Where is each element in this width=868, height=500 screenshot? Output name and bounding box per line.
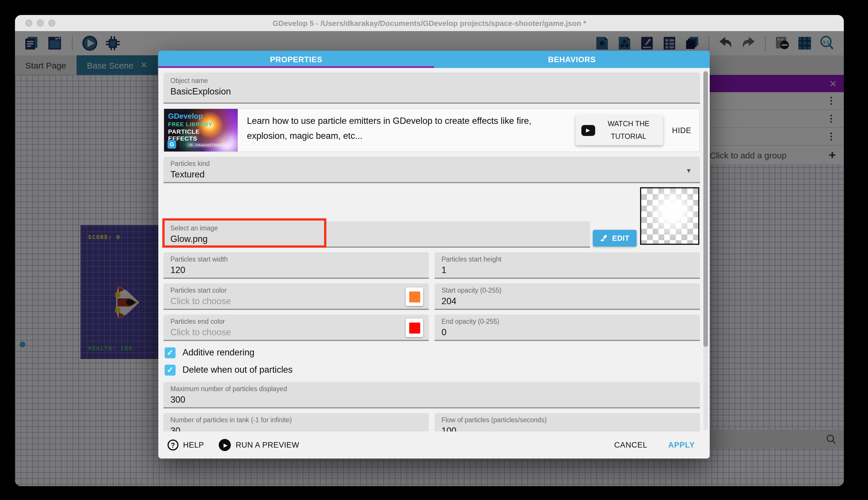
run-preview-label: RUN A PREVIEW: [236, 441, 299, 449]
watch-tutorial-button[interactable]: ▶ WATCH THE TUTORIAL: [575, 115, 663, 145]
tutorial-banner: GDevelop FREE LIBRARY PARTICLE EFFECTS G…: [163, 108, 700, 152]
field-label: Particles start height: [442, 256, 693, 263]
field-label: Number of particles in tank (-1 for infi…: [171, 417, 422, 423]
max-particles-field[interactable]: Maximum number of particles displayed 30…: [163, 382, 700, 408]
particles-kind-select[interactable]: Particles kind Textured ▼: [163, 157, 700, 183]
field-placeholder: Click to choose: [171, 327, 422, 338]
thumb-subtitle: FREE LIBRARY: [168, 121, 212, 127]
tab-behaviors[interactable]: BEHAVIORS: [434, 51, 710, 68]
field-label: Maximum number of particles displayed: [171, 385, 693, 392]
edit-image-button[interactable]: EDIT: [593, 230, 637, 247]
field-value: Textured: [171, 169, 693, 180]
minimize-window-button[interactable]: [37, 20, 44, 26]
selection-highlight-box: [162, 218, 326, 248]
edit-label: EDIT: [612, 234, 630, 242]
field-label: Particles start color: [171, 287, 422, 294]
help-label: HELP: [183, 441, 204, 449]
field-value: 204: [442, 296, 693, 306]
tutorial-thumbnail[interactable]: GDevelop FREE LIBRARY PARTICLE EFFECTS G…: [164, 109, 238, 151]
maximize-window-button[interactable]: [48, 20, 55, 26]
tutorial-text: Learn how to use particle emitters in GD…: [238, 109, 575, 151]
field-value: 30: [171, 426, 422, 431]
gdevelop-logo: G: [167, 140, 176, 149]
checkbox-checked-icon[interactable]: ✓: [165, 364, 176, 375]
play-icon: ▶: [219, 439, 231, 451]
youtube-play-icon: ▶: [581, 125, 595, 136]
watch-label: WATCH THE TUTORIAL: [600, 117, 657, 143]
size-row: Particles start width 120 Particles star…: [163, 252, 700, 279]
desktop: GDevelop 5 - /Users/dkarakay/Documents/G…: [0, 0, 868, 500]
field-value: 120: [171, 265, 422, 275]
start-width-field[interactable]: Particles start width 120: [163, 252, 429, 279]
help-button[interactable]: ? HELP: [167, 440, 204, 451]
color-swatch-button[interactable]: [406, 319, 423, 337]
delete-when-out-checkbox-row[interactable]: ✓ Delete when out of particles: [165, 363, 700, 377]
start-opacity-field[interactable]: Start opacity (0-255) 204: [435, 283, 700, 310]
checkbox-checked-icon[interactable]: ✓: [165, 347, 176, 358]
field-label: Object name: [171, 77, 693, 84]
end-color-swatch: [409, 322, 420, 333]
brush-icon: [600, 234, 608, 242]
field-value: 1: [442, 265, 693, 275]
additive-rendering-checkbox-row[interactable]: ✓ Additive rendering: [165, 345, 700, 360]
end-opacity-field[interactable]: End opacity (0-255) 0: [435, 315, 700, 341]
field-label: Flow of particles (particles/seconds): [442, 417, 693, 423]
help-icon: ?: [167, 440, 178, 451]
thumb-line: PARTICLE: [168, 128, 200, 135]
field-value: 0: [442, 327, 693, 338]
traffic-lights[interactable]: [25, 20, 55, 26]
tank-field[interactable]: Number of particles in tank (-1 for infi…: [163, 413, 429, 431]
close-window-button[interactable]: [25, 20, 32, 26]
start-color-field[interactable]: Particles start color Click to choose: [163, 283, 429, 310]
field-label: Particles kind: [171, 160, 693, 167]
field-label: End opacity (0-255): [442, 318, 693, 325]
checkbox-label: Additive rendering: [183, 347, 255, 358]
dialog-footer: ? HELP ▶ RUN A PREVIEW CANCEL APPLY: [158, 431, 710, 458]
start-color-row: Particles start color Click to choose St…: [163, 283, 700, 310]
object-properties-dialog: PROPERTIES BEHAVIORS Object name BasicEx…: [158, 51, 710, 458]
tank-flow-row: Number of particles in tank (-1 for infi…: [163, 413, 700, 431]
flow-field[interactable]: Flow of particles (particles/seconds) 10…: [435, 413, 700, 431]
dialog-tabs: PROPERTIES BEHAVIORS: [158, 51, 710, 68]
scrollbar-thumb[interactable]: [703, 71, 708, 347]
field-value: 300: [171, 395, 693, 405]
object-name-field[interactable]: Object name BasicExplosion: [163, 72, 700, 104]
apply-button[interactable]: APPLY: [668, 441, 695, 449]
run-preview-button[interactable]: ▶ RUN A PREVIEW: [219, 439, 299, 451]
end-color-field[interactable]: Particles end color Click to choose: [163, 315, 429, 341]
tab-properties[interactable]: PROPERTIES: [158, 51, 434, 68]
window-title: GDevelop 5 - /Users/dkarakay/Documents/G…: [272, 19, 586, 27]
start-height-field[interactable]: Particles start height 1: [435, 252, 700, 279]
chevron-down-icon[interactable]: ▼: [685, 167, 692, 174]
texture-preview: [640, 187, 699, 245]
titlebar: GDevelop 5 - /Users/dkarakay/Documents/G…: [15, 15, 844, 31]
cancel-button[interactable]: CANCEL: [614, 441, 647, 449]
field-value: 100: [442, 426, 693, 431]
color-swatch-button[interactable]: [406, 287, 423, 306]
field-label: Particles end color: [171, 318, 422, 325]
field-placeholder: Click to choose: [171, 296, 422, 306]
image-select-zone: Select an image Glow.png EDIT: [163, 188, 700, 248]
field-label: Start opacity (0-255): [442, 287, 693, 294]
hide-button[interactable]: HIDE: [672, 126, 691, 135]
field-label: Particles start width: [171, 256, 422, 263]
dialog-scrollbar[interactable]: [703, 70, 708, 430]
thumb-title: GDevelop: [168, 112, 203, 121]
end-color-row: Particles end color Click to choose End …: [163, 315, 700, 341]
dialog-scroll-area[interactable]: Object name BasicExplosion GDevelop FREE…: [158, 68, 710, 431]
start-color-swatch: [409, 291, 420, 302]
checkbox-label: Delete when out of particles: [183, 365, 293, 375]
field-value: BasicExplosion: [171, 87, 693, 97]
thumb-caption: 06 - Advanced Flame: [186, 143, 224, 147]
